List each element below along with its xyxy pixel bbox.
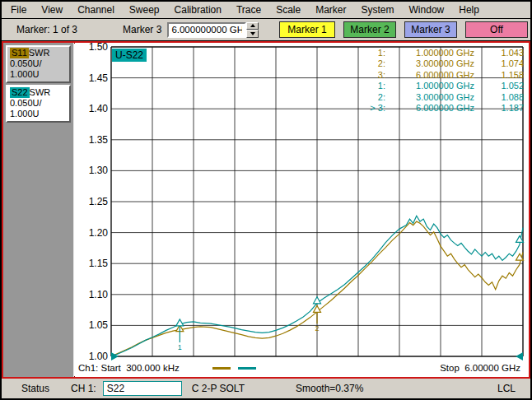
local-mode-label: LCL bbox=[497, 383, 516, 394]
marker-frequency-input[interactable] bbox=[167, 22, 246, 38]
menu-item-sweep[interactable]: Sweep bbox=[122, 2, 167, 17]
marker-readout-cell: 6.000000 GHz bbox=[385, 70, 474, 81]
marker-readout-table: 1:1.000000 GHz1.0432:3.000000 GHz1.0743:… bbox=[362, 48, 524, 114]
spinner-up-button[interactable] bbox=[246, 22, 259, 30]
marker-1-button[interactable]: Marker 1 bbox=[279, 21, 335, 38]
menu-item-window[interactable]: Window bbox=[402, 2, 452, 17]
marker-readout-row-s22: 1:1.000000 GHz1.052 bbox=[362, 81, 524, 91]
trace-scale-label: 0.050U/ bbox=[10, 98, 67, 109]
y-tick-label: 1.10 bbox=[75, 289, 108, 300]
marker-field-label: Marker 3 bbox=[123, 24, 161, 35]
statusbar: Status CH 1: S22 C 2-P SOLT Smooth=0.37%… bbox=[2, 379, 530, 398]
menu-item-file[interactable]: File bbox=[3, 2, 34, 17]
marker-readout-cell: 1: bbox=[362, 48, 385, 58]
sweep-range-row: Ch1: Start 300.000 kHz Stop 6.00000 GHz bbox=[78, 361, 520, 374]
marker-readout-row-s11: 1:1.000000 GHz1.043 bbox=[362, 48, 524, 58]
marker-2-triangle-s22[interactable] bbox=[314, 297, 321, 304]
vna-application-window: FileViewChannelSweepCalibrationTraceScal… bbox=[0, 0, 532, 400]
marker-readout-cell: 1.052 bbox=[474, 81, 524, 91]
channel-label: CH 1: bbox=[71, 383, 96, 394]
menu-item-channel[interactable]: Channel bbox=[70, 2, 122, 17]
marker-readout-cell: 1: bbox=[362, 81, 385, 91]
marker-readout-cell: 1.074 bbox=[474, 58, 524, 69]
marker-readout-cell: > 3: bbox=[362, 103, 385, 114]
start-frequency-label: Ch1: Start 300.000 kHz bbox=[78, 363, 180, 373]
menu-item-help[interactable]: Help bbox=[451, 2, 487, 17]
marker-readout-row-s11: 2:3.000000 GHz1.074 bbox=[362, 58, 524, 69]
marker-1-number-label: 1 bbox=[178, 343, 182, 351]
marker-toolbar: Marker: 1 of 3 Marker 3 Marker 1Marker 2… bbox=[2, 19, 530, 41]
marker-readout-row-s22: > 3:6.000000 GHz1.187 bbox=[362, 103, 524, 114]
smoothing-status-label: Smooth=0.37% bbox=[296, 383, 363, 394]
marker-2-button[interactable]: Marker 2 bbox=[343, 21, 396, 38]
y-tick-label: 1.30 bbox=[75, 165, 108, 176]
menu-item-view[interactable]: View bbox=[34, 2, 70, 17]
marker-readout-row-s22: 2:3.000000 GHz1.088 bbox=[362, 92, 524, 103]
y-tick-label: 1.35 bbox=[75, 134, 108, 146]
plot-panel: 1.501.451.401.351.301.251.201.151.101.05… bbox=[75, 43, 529, 377]
marker-readout-cell: 1.000000 GHz bbox=[385, 48, 474, 58]
marker-readout-cell: 1.158 bbox=[474, 70, 524, 81]
stop-frequency-label: Stop 6.00000 GHz bbox=[440, 363, 520, 373]
status-label: Status bbox=[21, 383, 49, 394]
menu-item-scale[interactable]: Scale bbox=[268, 2, 308, 17]
marker-readout-cell: 3.000000 GHz bbox=[385, 58, 474, 69]
trace-sidebar: S11SWR0.050U/1.000US22SWR0.050U/1.000U bbox=[3, 43, 74, 377]
marker-1-triangle-s22[interactable] bbox=[176, 319, 184, 326]
marker-readout-cell: 1.187 bbox=[474, 103, 524, 114]
trace-format-label: SWR bbox=[29, 48, 50, 58]
marker-readout-cell: 6.000000 GHz bbox=[385, 103, 474, 114]
active-trace-label: U-S22 bbox=[112, 49, 147, 62]
reference-level-indicator-right bbox=[516, 352, 523, 360]
s22-trace-legend-dash bbox=[238, 367, 256, 370]
up-arrow-icon bbox=[250, 24, 255, 27]
marker-status-label: Marker: 1 of 3 bbox=[16, 24, 77, 35]
menubar: FileViewChannelSweepCalibrationTraceScal… bbox=[2, 2, 530, 19]
trace-scale-label: 0.050U/ bbox=[10, 58, 67, 69]
frequency-spinner bbox=[246, 22, 259, 38]
marker-readout-row-s11: 3:6.000000 GHz1.158 bbox=[362, 70, 524, 81]
menu-item-trace[interactable]: Trace bbox=[229, 2, 268, 17]
marker-readout-cell: 2: bbox=[362, 92, 385, 103]
calibration-status-label: C 2-P SOLT bbox=[192, 383, 245, 394]
marker-readout-cell: 2: bbox=[362, 58, 385, 69]
y-tick-label: 1.05 bbox=[75, 319, 108, 331]
menu-item-calibration[interactable]: Calibration bbox=[167, 2, 229, 17]
app-frame: FileViewChannelSweepCalibrationTraceScal… bbox=[2, 2, 530, 398]
y-tick-label: 1.45 bbox=[75, 72, 108, 84]
y-tick-label: 1.00 bbox=[75, 351, 108, 362]
y-tick-label: 1.40 bbox=[75, 103, 108, 114]
off-button[interactable]: Off bbox=[465, 21, 528, 38]
marker-readout-cell: 1.000000 GHz bbox=[385, 81, 474, 91]
trace-id-chip: S22 bbox=[10, 87, 30, 98]
menu-item-system[interactable]: System bbox=[354, 2, 402, 17]
trace-format-label: SWR bbox=[30, 87, 51, 97]
trace-button-s11[interactable]: S11SWR0.050U/1.000U bbox=[6, 45, 71, 83]
marker-readout-cell: 1.088 bbox=[474, 92, 524, 103]
spinner-down-button[interactable] bbox=[246, 30, 259, 38]
down-arrow-icon bbox=[250, 32, 255, 35]
menu-item-marker[interactable]: Marker bbox=[308, 2, 353, 17]
trace-reference-label: 1.000U bbox=[10, 109, 67, 119]
marker-3-triangle-s22[interactable] bbox=[516, 235, 524, 242]
marker-readout-cell: 3: bbox=[362, 70, 385, 81]
trace-button-s22[interactable]: S22SWR0.050U/1.000U bbox=[6, 85, 71, 123]
y-tick-label: 1.25 bbox=[75, 196, 108, 207]
s11-trace-legend-dash bbox=[212, 367, 231, 370]
trace-id-chip: S11 bbox=[10, 48, 29, 58]
y-tick-label: 1.15 bbox=[75, 258, 108, 269]
y-tick-label: 1.20 bbox=[75, 227, 108, 239]
trace-reference-label: 1.000U bbox=[10, 69, 67, 80]
marker-2-number-label: 2 bbox=[315, 324, 320, 333]
marker-readout-cell: 1.043 bbox=[474, 48, 524, 58]
active-trace-box[interactable]: S22 bbox=[103, 381, 182, 396]
marker-3-button[interactable]: Marker 3 bbox=[404, 21, 457, 38]
marker-readout-cell: 3.000000 GHz bbox=[385, 92, 474, 103]
marker-button-group: Marker 1Marker 2Marker 3Off bbox=[279, 21, 528, 38]
instrument-display: S11SWR0.050U/1.000US22SWR0.050U/1.000U 1… bbox=[2, 41, 530, 379]
y-tick-label: 1.50 bbox=[75, 41, 108, 53]
